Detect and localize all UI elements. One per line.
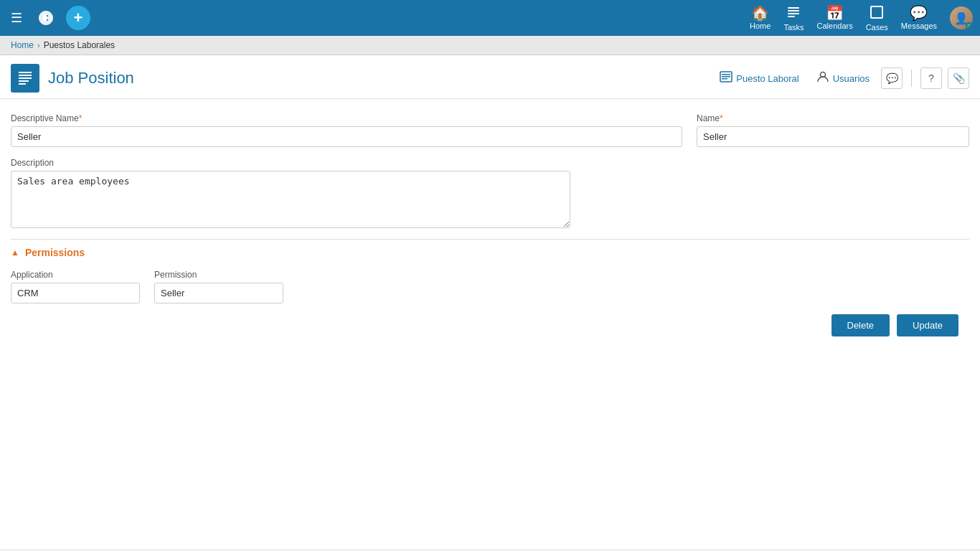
svg-rect-8	[19, 77, 32, 79]
logo-icon	[33, 5, 59, 31]
permissions-row: Application Permission	[11, 270, 969, 303]
page-header: Job Position Puesto Laboral	[0, 55, 980, 99]
hamburger-menu-icon[interactable]: ☰	[7, 6, 26, 29]
descriptive-name-group: Descriptive Name*	[11, 113, 682, 147]
description-group: Description Sales area employees	[11, 158, 570, 228]
chat-button[interactable]: 💬	[881, 67, 903, 89]
permissions-label: Permissions	[25, 247, 85, 258]
puesto-icon	[720, 70, 732, 86]
update-button[interactable]: Update	[897, 314, 958, 336]
delete-button[interactable]: Delete	[831, 314, 890, 336]
svg-rect-6	[19, 72, 32, 73]
application-group: Application	[11, 270, 140, 303]
usuarios-label: Usuarios	[833, 73, 870, 84]
puesto-laboral-label: Puesto Laboral	[736, 73, 798, 84]
form-row-names: Descriptive Name* Name*	[11, 113, 969, 147]
usuarios-action[interactable]: Usuarios	[811, 67, 875, 89]
puesto-laboral-action[interactable]: Puesto Laboral	[714, 67, 804, 89]
permission-group: Permission	[154, 270, 283, 303]
permission-label: Permission	[154, 270, 283, 280]
messages-icon: 💬	[910, 6, 928, 20]
nav-home-label: Home	[750, 22, 771, 30]
page-icon	[11, 64, 39, 93]
name-required: *	[720, 113, 723, 123]
chat-icon: 💬	[886, 72, 898, 84]
nav-messages-label: Messages	[901, 22, 937, 30]
descriptive-name-required: *	[79, 113, 83, 123]
page-header-left: Job Position	[11, 64, 134, 93]
section-toggle-icon: ▲	[11, 248, 19, 258]
breadcrumb-current: Puestos Laborales	[44, 40, 115, 50]
application-label: Application	[11, 270, 140, 280]
help-icon: ?	[928, 72, 934, 84]
name-group: Name*	[697, 113, 969, 147]
avatar[interactable]: 👤	[950, 6, 973, 29]
svg-rect-3	[788, 13, 799, 14]
nav-item-messages[interactable]: 💬 Messages	[901, 6, 937, 30]
usuarios-icon	[816, 70, 829, 86]
svg-rect-4	[788, 16, 795, 17]
svg-rect-10	[19, 83, 26, 85]
content-area: Job Position Puesto Laboral	[0, 55, 980, 549]
name-input[interactable]	[697, 126, 969, 147]
form-row-description: Description Sales area employees	[11, 158, 969, 228]
svg-rect-13	[722, 76, 730, 77]
name-label: Name*	[697, 113, 969, 123]
nav-tasks-label: Tasks	[783, 23, 804, 32]
nav-left: ☰ +	[7, 5, 90, 31]
descriptive-name-label: Descriptive Name*	[11, 113, 682, 123]
permissions-section-header[interactable]: ▲ Permissions	[11, 239, 969, 264]
add-button[interactable]: +	[66, 6, 90, 30]
tasks-icon	[786, 5, 801, 22]
svg-rect-7	[19, 75, 32, 76]
description-textarea[interactable]: Sales area employees	[11, 171, 570, 228]
descriptive-name-input[interactable]	[11, 126, 682, 147]
breadcrumb: Home › Puestos Laborales	[0, 36, 980, 55]
page-title: Job Position	[48, 69, 134, 88]
permission-input[interactable]	[154, 283, 283, 303]
online-status-dot	[966, 22, 973, 29]
page-header-right: Puesto Laboral Usuarios 💬 ? 📎	[714, 67, 969, 89]
top-navigation: ☰ + 🏠 Home Tasks	[0, 0, 980, 36]
description-label: Description	[11, 158, 570, 168]
svg-rect-12	[722, 74, 730, 75]
nav-item-tasks[interactable]: Tasks	[783, 5, 804, 32]
nav-item-calendars[interactable]: 📅 Calendars	[817, 6, 853, 30]
calendars-icon: 📅	[826, 6, 844, 20]
application-input[interactable]	[11, 283, 140, 303]
svg-rect-1	[788, 7, 799, 9]
svg-rect-2	[788, 10, 799, 11]
nav-cases-label: Cases	[866, 23, 888, 32]
nav-item-cases[interactable]: Cases	[866, 5, 888, 32]
home-icon: 🏠	[751, 6, 769, 20]
breadcrumb-home-link[interactable]: Home	[11, 40, 34, 50]
paperclip-icon: 📎	[953, 72, 965, 84]
svg-rect-9	[19, 80, 29, 82]
nav-calendars-label: Calendars	[817, 22, 853, 30]
nav-item-home[interactable]: 🏠 Home	[750, 6, 771, 30]
help-button[interactable]: ?	[920, 67, 942, 89]
paperclip-button[interactable]: 📎	[948, 67, 969, 89]
header-divider	[911, 70, 912, 87]
breadcrumb-separator: ›	[37, 41, 40, 50]
svg-rect-14	[722, 78, 727, 80]
cases-icon	[870, 5, 884, 22]
nav-right: 🏠 Home Tasks 📅 Calendars	[750, 0, 973, 36]
footer-buttons: Delete Update	[11, 303, 969, 347]
svg-rect-5	[871, 6, 882, 18]
form-area: Descriptive Name* Name* Description Sale…	[0, 99, 980, 362]
